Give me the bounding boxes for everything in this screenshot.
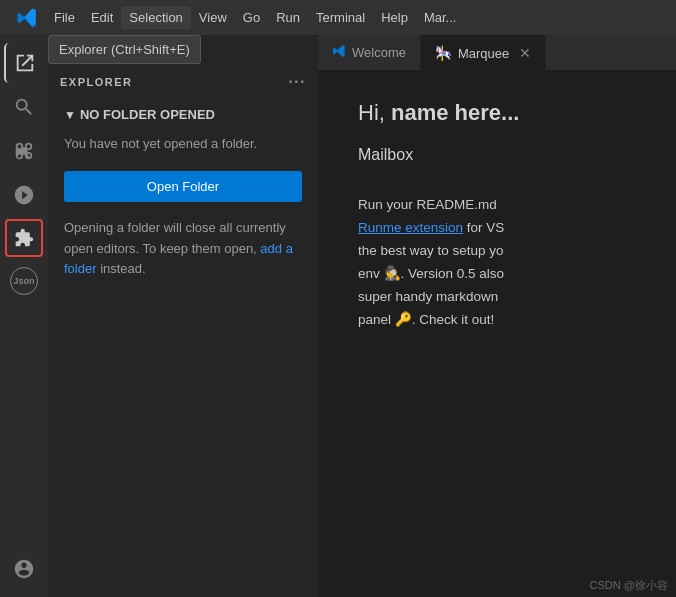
- explorer-tooltip: Explorer (Ctrl+Shift+E): [48, 35, 201, 64]
- runme-extension-link[interactable]: Runme extension: [358, 220, 463, 235]
- sidebar-title-label: EXPLORER: [60, 76, 133, 88]
- close-marquee-tab-button[interactable]: ✕: [519, 45, 531, 61]
- activity-icon-json[interactable]: Json: [4, 261, 44, 301]
- no-folder-section: ▼ NO FOLDER OPENED You have not yet open…: [48, 95, 318, 292]
- desc-part1: Run your README.md: [358, 197, 497, 212]
- activity-icon-source-control[interactable]: [4, 131, 44, 171]
- main-content: Hi, name here... Mailbox Run your README…: [318, 70, 676, 597]
- activity-icon-accounts[interactable]: [4, 549, 44, 589]
- greeting-line: Hi, name here...: [358, 100, 636, 126]
- menu-view[interactable]: View: [191, 6, 235, 29]
- main-layout: Json Explorer (Ctrl+Shift+E) EXPLORER ··…: [0, 35, 676, 597]
- menu-help[interactable]: Help: [373, 6, 416, 29]
- activity-icon-run-debug[interactable]: [4, 175, 44, 215]
- marquee-tab-icon: 🎠: [435, 45, 452, 61]
- desc-part4: env 🕵️. Version 0.5 also: [358, 266, 504, 281]
- info-text-before: Opening a folder will close all currentl…: [64, 220, 286, 256]
- description-text: Run your README.md Runme extension for V…: [358, 194, 636, 332]
- info-text: Opening a folder will close all currentl…: [64, 218, 302, 280]
- vscode-logo: [8, 0, 46, 35]
- tab-welcome[interactable]: Welcome: [318, 35, 421, 70]
- activity-bar: Json: [0, 35, 48, 597]
- desc-part2: for VS: [467, 220, 505, 235]
- chevron-icon: ▼: [64, 108, 76, 122]
- menu-run[interactable]: Run: [268, 6, 308, 29]
- menu-go[interactable]: Go: [235, 6, 268, 29]
- no-folder-heading: ▼ NO FOLDER OPENED: [64, 107, 302, 122]
- greeting-text: Hi,: [358, 100, 391, 125]
- marquee-tab-label: Marquee: [458, 46, 509, 61]
- activity-icon-extensions[interactable]: [5, 219, 43, 257]
- menu-terminal[interactable]: Terminal: [308, 6, 373, 29]
- menu-selection[interactable]: Selection: [121, 6, 190, 29]
- info-text-after: instead.: [97, 261, 146, 276]
- menu-bar: File Edit Selection View Go Run Terminal…: [0, 0, 676, 35]
- no-folder-description: You have not yet opened a folder.: [64, 134, 302, 155]
- welcome-tab-label: Welcome: [352, 45, 406, 60]
- mailbox-label: Mailbox: [358, 146, 636, 164]
- desc-part5: super handy markdown: [358, 289, 498, 304]
- desc-part3: the best way to setup yo: [358, 243, 504, 258]
- desc-part6: panel 🔑. Check it out!: [358, 312, 494, 327]
- open-folder-button[interactable]: Open Folder: [64, 171, 302, 202]
- menu-edit[interactable]: Edit: [83, 6, 121, 29]
- welcome-tab-icon: [332, 44, 346, 61]
- sidebar-more-dots[interactable]: ···: [288, 73, 306, 91]
- activity-icon-explorer[interactable]: [4, 43, 44, 83]
- menu-file[interactable]: File: [46, 6, 83, 29]
- watermark: CSDN @徐小容: [590, 578, 668, 593]
- activity-icon-search[interactable]: [4, 87, 44, 127]
- sidebar-title: EXPLORER ···: [48, 65, 318, 95]
- content-area: Welcome 🎠 Marquee ✕ Hi, name here... Mai…: [318, 35, 676, 597]
- menu-more[interactable]: Mar...: [416, 6, 465, 29]
- tab-bar: Welcome 🎠 Marquee ✕: [318, 35, 676, 70]
- name-placeholder: name here...: [391, 100, 519, 125]
- no-folder-label: NO FOLDER OPENED: [80, 107, 215, 122]
- sidebar: Explorer (Ctrl+Shift+E) EXPLORER ··· ▼ N…: [48, 35, 318, 597]
- tab-marquee[interactable]: 🎠 Marquee ✕: [421, 35, 546, 70]
